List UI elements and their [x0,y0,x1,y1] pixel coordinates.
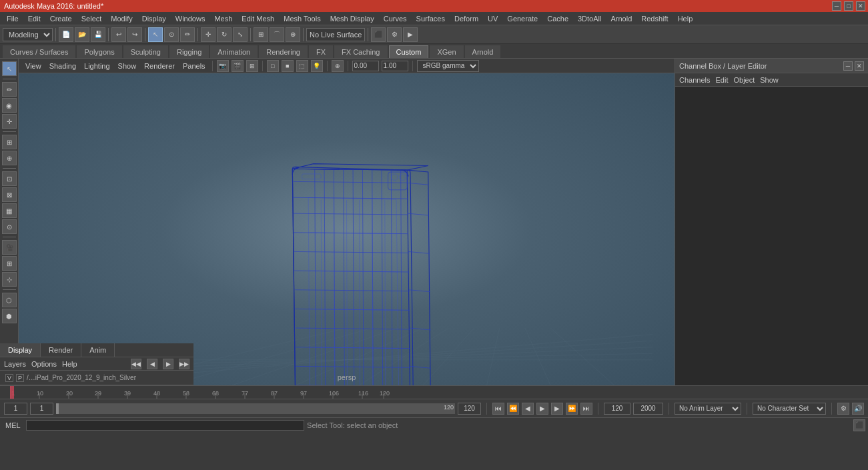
rp-close-btn[interactable]: ✕ [855,61,864,71]
mode-tab-rendering[interactable]: Rendering [259,45,308,58]
render-sequence-btn[interactable]: ▶ [403,27,418,42]
rp-tab-anim[interactable]: Anim [81,343,115,357]
grid-btn[interactable]: ⊹ [2,272,17,287]
menu-item-edit-mesh[interactable]: Edit Mesh [238,13,278,24]
soft-select-btn[interactable]: ◉ [2,98,17,113]
mode-tab-custom[interactable]: Custom [389,45,429,58]
select-mode-btn[interactable]: ↖ [2,61,17,76]
rp-edit-menu[interactable]: Edit [715,76,728,84]
frame-start-input[interactable] [4,403,27,415]
redo-btn[interactable]: ↪ [127,27,142,42]
rp-object-menu[interactable]: Object [733,76,755,84]
display-mode3-btn[interactable]: ▦ [2,203,17,218]
rp-tab-render[interactable]: Render [41,343,81,357]
vp-val2-input[interactable] [382,61,408,71]
menu-item-generate[interactable]: Generate [503,13,542,24]
mode-tab-arnold[interactable]: Arnold [465,45,501,58]
pb-play-btn[interactable]: ▶ [536,403,548,415]
vp-menu-renderer[interactable]: Renderer [141,61,177,71]
render-settings-btn[interactable]: ⚙ [387,27,402,42]
pb-audio-btn[interactable]: 🔊 [852,403,864,415]
undo-btn[interactable]: ↩ [111,27,126,42]
layer-p-toggle[interactable]: P [16,374,24,382]
vp-wire-btn[interactable]: □ [267,60,279,72]
vp-val1-input[interactable] [352,61,379,71]
mel-input[interactable] [26,420,304,431]
vp-film-btn[interactable]: 🎬 [232,60,244,72]
rp-help-menu[interactable]: Help [62,360,77,368]
timeline[interactable]: 1 10 20 29 39 48 58 68 77 87 97 106 116 [0,385,868,399]
menu-item-mesh[interactable]: Mesh [210,13,236,24]
anim-layer-select[interactable]: No Anim Layer [675,403,741,415]
current-frame-input[interactable] [30,403,53,415]
select-tool-btn[interactable]: ↖ [148,27,163,42]
menu-item-redshift[interactable]: Redshift [637,13,672,24]
rp-min-btn[interactable]: ─ [843,61,853,71]
display-mode1-btn[interactable]: ⊡ [2,171,17,186]
menu-item-modify[interactable]: Modify [107,13,136,24]
menu-item-edit[interactable]: Edit [24,13,45,24]
scale-tool-btn[interactable]: ⤡ [233,27,248,42]
menu-item-display[interactable]: Display [138,13,170,24]
snap-grid-btn[interactable]: ⊞ [254,27,268,42]
menu-item-3dtoall[interactable]: 3DtoAll [574,13,605,24]
range-end-input[interactable] [604,403,630,415]
pb-next-frame-btn[interactable]: ▶ [551,403,563,415]
vp-grid-btn[interactable]: ⊞ [246,60,258,72]
rp-layers-menu[interactable]: Layers [4,360,26,368]
camera-btn[interactable]: 🎥 [2,240,17,255]
lasso-tool-btn[interactable]: ⊙ [164,27,179,42]
pb-end-btn[interactable]: ⏭ [580,403,592,415]
rp-channels-menu[interactable]: Channels [679,76,710,84]
display-mode4-btn[interactable]: ⊙ [2,219,17,234]
vp-menu-lighting[interactable]: Lighting [81,61,113,71]
pb-prev-key-btn[interactable]: ⏪ [507,403,519,415]
menu-item-mesh-tools[interactable]: Mesh Tools [280,13,324,24]
vp-gamma-select[interactable]: sRGB gamma [417,60,479,72]
frame-slider[interactable]: 120 [56,403,455,414]
pb-rewind-btn[interactable]: ⏮ [492,403,504,415]
menu-item-curves[interactable]: Curves [380,13,411,24]
rp-show-menu[interactable]: Show [760,76,779,84]
viewport-canvas[interactable]: X Y Z [19,73,675,385]
menu-item-arnold[interactable]: Arnold [606,13,636,24]
mode-tab-sculpting[interactable]: Sculpting [123,45,168,58]
anim-end-input[interactable] [633,403,663,415]
display-mode2-btn[interactable]: ⊠ [2,187,17,202]
open-file-btn[interactable]: 📂 [75,27,89,42]
move-tool-btn[interactable]: ✛ [201,27,215,42]
rotate-tool-btn[interactable]: ↻ [217,27,232,42]
pb-settings-btn[interactable]: ⚙ [837,403,849,415]
vp-snap-btn[interactable]: ⊕ [332,60,344,72]
script-editor-btn[interactable]: ⬛ [853,419,865,431]
maximize-button[interactable]: □ [844,1,853,11]
snap-to-btn[interactable]: ⊞ [2,135,17,149]
vp-menu-panels[interactable]: Panels [180,61,208,71]
layer-nav-prev[interactable]: ◀ [147,359,157,369]
pb-prev-frame-btn[interactable]: ◀ [522,403,534,415]
mode-tab-fx-caching[interactable]: FX Caching [334,45,387,58]
save-file-btn[interactable]: 💾 [91,27,105,42]
vp-cam-btn[interactable]: 📷 [217,60,229,72]
vp-solid-btn[interactable]: ■ [282,60,294,72]
menu-item-windows[interactable]: Windows [171,13,209,24]
menu-item-mesh-display[interactable]: Mesh Display [326,13,378,24]
layer-v-toggle[interactable]: V [5,374,13,382]
layer-nav-end[interactable]: ▶▶ [179,359,189,369]
mode-tab-polygons[interactable]: Polygons [77,45,121,58]
uv-set-btn[interactable]: ⬢ [2,309,17,323]
xform-btn[interactable]: ✛ [2,114,17,129]
rp-options-menu[interactable]: Options [31,360,57,368]
close-button[interactable]: ✕ [856,1,865,11]
paint-select-btn[interactable]: ✏ [2,82,17,97]
char-set-select[interactable]: No Character Set [753,403,826,415]
resolution-btn[interactable]: ⊞ [2,256,17,271]
uv-btn[interactable]: ⬡ [2,293,17,307]
mode-dropdown[interactable]: Modeling [3,28,53,41]
vp-menu-view[interactable]: View [23,61,44,71]
menu-item-cache[interactable]: Cache [543,13,572,24]
vp-menu-show[interactable]: Show [115,61,139,71]
snap-point-btn[interactable]: ⊕ [286,27,300,42]
pb-next-key-btn[interactable]: ⏩ [566,403,578,415]
mode-tab-fx[interactable]: FX [309,45,333,58]
